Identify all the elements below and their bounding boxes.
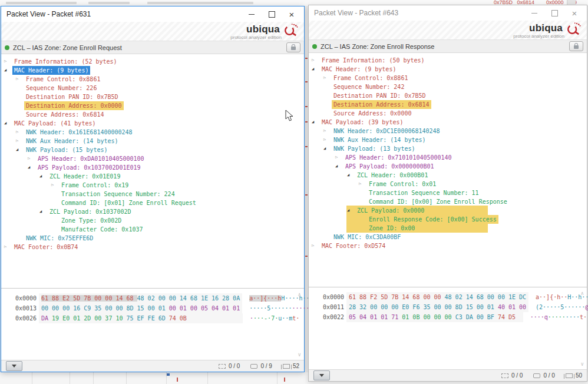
tree-item[interactable]: Command ID: [0x00] Zone Enroll Response: [309, 197, 587, 206]
expand-icon[interactable]: ▷: [323, 127, 332, 135]
field-counter: 0 / 9: [250, 363, 272, 369]
hex-ascii[interactable]: ····q·········t·: [530, 312, 587, 322]
tree-item[interactable]: Destination Address: 0x0000: [1, 101, 304, 110]
tree-item[interactable]: Zone Type: 0x002D: [1, 216, 304, 225]
hex-bytes[interactable]: 00 00 00 16 C9 35 00 00 8D 15 00 01 00 0…: [39, 303, 242, 313]
hex-ascii[interactable]: a··]{···hH····h··(↓: [249, 293, 316, 303]
tree-item[interactable]: ◢MAC Header: (9 bytes): [1, 66, 304, 75]
collapse-icon[interactable]: ◢: [335, 162, 343, 171]
collapse-icon[interactable]: ◢: [4, 66, 12, 75]
tree-item[interactable]: ▷Frame Information: (50 bytes): [309, 56, 587, 65]
collapse-icon[interactable]: ◢: [311, 118, 320, 127]
tree-item[interactable]: ◢APS Payload: 0x1037002D01E019: [1, 163, 304, 172]
hex-bytes[interactable]: 61 88 E2 5D 7B 00 00 14 68 48 02 00 00 1…: [39, 293, 242, 303]
tree-item[interactable]: ▷NWK Aux Header: (14 bytes): [309, 135, 587, 144]
dropdown-button[interactable]: [313, 370, 330, 380]
tree-item[interactable]: ▷Frame Control: 0x8861: [1, 75, 304, 84]
tree-item[interactable]: ◢NWK Payload: (15 bytes): [1, 145, 304, 154]
hex-bytes[interactable]: 05 04 01 01 71 01 0B 00 00 00 C3 DA 00 B…: [346, 312, 523, 322]
tree-item[interactable]: Source Address: 0x6814: [1, 110, 304, 119]
tree-item[interactable]: ▷NWK Aux Header: (14 bytes): [1, 137, 304, 145]
expand-icon[interactable]: ▷: [15, 137, 24, 145]
expand-icon[interactable]: ▷: [323, 135, 332, 144]
scroll-up-icon[interactable]: ∧: [581, 291, 584, 296]
tree-item[interactable]: ▷MAC Footer: 0x0B74: [1, 243, 304, 251]
maximize-button[interactable]: [266, 9, 277, 19]
tree-item[interactable]: ◢ZCL Payload: 0x0000: [309, 206, 587, 215]
expand-icon[interactable]: ▷: [335, 153, 343, 162]
tree-item[interactable]: Source Address: 0x0000: [309, 109, 587, 118]
hex-bytes[interactable]: DA 19 E0 01 2D 00 37 10 75 EF FE 6D 74 0…: [39, 313, 243, 323]
tree-item[interactable]: ▷NWK Header: 0x161E681400000248: [1, 128, 304, 137]
collapse-icon[interactable]: ◢: [39, 207, 48, 216]
expand-icon[interactable]: ▷: [27, 154, 36, 163]
tree-item[interactable]: ◢MAC Header: (9 bytes): [309, 65, 587, 74]
hex-rows: 0x000061 88 F2 5D 7B 14 68 00 00 48 02 1…: [309, 292, 587, 322]
tree-item[interactable]: ▷Frame Control: 0x8861: [309, 74, 587, 82]
expand-icon[interactable]: ▷: [358, 180, 367, 188]
tree-item[interactable]: Command ID: [0x01] Zone Enroll Request: [1, 198, 304, 207]
collapse-icon[interactable]: ◢: [4, 119, 12, 128]
scroll-down-icon[interactable]: ∨: [581, 362, 584, 367]
hex-ascii[interactable]: ·····5·············: [249, 303, 316, 313]
expand-icon[interactable]: ▷: [311, 241, 320, 250]
hex-ascii[interactable]: (2·····5······@··: [536, 302, 588, 312]
collapse-icon[interactable]: ◢: [311, 65, 320, 74]
tree-item[interactable]: ◢ZCL Header: 0x01E019: [1, 172, 304, 181]
tree-item[interactable]: Destination Address: 0x6814: [309, 100, 587, 109]
tree-item[interactable]: Destination PAN ID: 0x7B5D: [1, 92, 304, 101]
tree-item[interactable]: Sequence Number: 226: [1, 84, 304, 92]
minimize-button[interactable]: [246, 9, 257, 19]
tree-item[interactable]: Transaction Sequence Number: 224: [1, 190, 304, 198]
collapse-icon[interactable]: ◢: [346, 206, 355, 215]
status-bar: 0 / 0 0 / 0 50: [309, 369, 587, 381]
collapse-icon[interactable]: ◢: [15, 145, 24, 154]
tree-item[interactable]: Enroll Response Code: [0x00] Success: [309, 215, 587, 224]
tree-item[interactable]: ◢NWK Payload: (13 bytes): [309, 144, 587, 153]
tree-item[interactable]: ▷Frame Control: 0x01: [309, 180, 587, 188]
lock-button[interactable]: [569, 41, 583, 51]
tree-item[interactable]: ▷Frame Control: 0x19: [1, 181, 304, 190]
tree-item[interactable]: Sequence Number: 242: [309, 82, 587, 91]
tree-item[interactable]: ◢MAC Payload: (39 bytes): [309, 118, 587, 127]
expand-icon[interactable]: ▷: [323, 74, 332, 82]
tree-item[interactable]: ◢APS Payload: 0x0000000B01: [309, 162, 587, 171]
tree-item[interactable]: ▷NWK Header: 0xDC1E000068140248: [309, 127, 587, 135]
collapse-icon[interactable]: ◢: [323, 144, 332, 153]
expand-icon[interactable]: ▷: [4, 243, 12, 251]
tree-item[interactable]: ◢ZCL Payload: 0x1037002D: [1, 207, 304, 216]
hex-ascii[interactable]: ····-·7·u··mt·: [250, 313, 299, 323]
expand-icon[interactable]: ▷: [51, 181, 60, 190]
tree-item[interactable]: NWK MIC: 0x75EFFE6D: [1, 234, 304, 243]
maximize-button[interactable]: [549, 8, 560, 18]
tree-item[interactable]: Destination PAN ID: 0x7B5D: [309, 91, 587, 100]
tree-item[interactable]: ▷Frame Information: (52 bytes): [1, 57, 304, 66]
expand-icon[interactable]: ▷: [311, 56, 320, 65]
tree-item[interactable]: ▷MAC Footer: 0xD574: [309, 241, 587, 250]
tree-item[interactable]: ▷APS Header: 0xDA01010405000100: [1, 154, 304, 163]
collapse-icon[interactable]: ◢: [346, 171, 355, 180]
collapse-icon[interactable]: ◢: [27, 163, 36, 172]
minimize-button[interactable]: [529, 8, 540, 18]
close-button[interactable]: ×: [286, 9, 297, 19]
hex-bytes[interactable]: 28 32 00 00 00 E0 F6 35 00 00 8D 15 00 0…: [346, 302, 528, 312]
tree-item[interactable]: Transaction Sequence Number: 11: [309, 188, 587, 197]
expand-icon[interactable]: ▷: [15, 75, 24, 84]
titlebar[interactable]: Packet View - Packet #631 ×: [1, 6, 304, 22]
tree-item[interactable]: ◢MAC Payload: (41 bytes): [1, 119, 304, 128]
tree-item[interactable]: Zone ID: 0x00: [309, 224, 587, 233]
close-button[interactable]: ×: [569, 8, 580, 18]
scroll-up-icon[interactable]: ∧: [298, 292, 301, 297]
hex-bytes[interactable]: 61 88 F2 5D 7B 14 68 00 00 48 02 14 68 0…: [346, 292, 528, 302]
tree-item[interactable]: NWK MIC: 0xC3DA00BF: [309, 233, 587, 241]
titlebar[interactable]: Packet View - Packet #643 ×: [309, 5, 587, 21]
lock-button[interactable]: [286, 42, 300, 52]
scroll-down-icon[interactable]: ∨: [298, 352, 301, 357]
dropdown-button[interactable]: [6, 361, 22, 371]
expand-icon[interactable]: ▷: [4, 57, 12, 66]
tree-item[interactable]: Manufacter Code: 0x1037: [1, 225, 304, 234]
collapse-icon[interactable]: ◢: [39, 172, 48, 181]
tree-item[interactable]: ▷APS Header: 0x7101010405000140: [309, 153, 587, 162]
tree-item[interactable]: ◢ZCL Header: 0x000B01: [309, 171, 587, 180]
expand-icon[interactable]: ▷: [15, 128, 24, 137]
